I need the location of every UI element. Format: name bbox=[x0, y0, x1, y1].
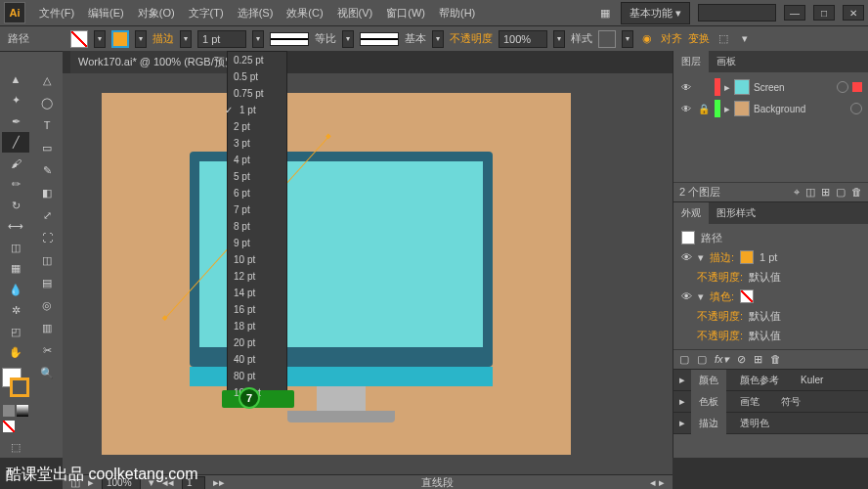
dd-item[interactable]: 6 pt bbox=[228, 185, 286, 201]
dd-item[interactable]: 14 pt bbox=[228, 285, 286, 301]
hand-tool[interactable]: ✋ bbox=[2, 342, 29, 362]
stroke-weight[interactable]: 1 pt bbox=[760, 251, 777, 263]
add-effect-icon[interactable]: fx▾ bbox=[715, 353, 729, 366]
fill-stroke-control[interactable] bbox=[2, 368, 29, 397]
direct-selection-tool[interactable]: △ bbox=[33, 69, 61, 91]
new-fill-icon[interactable]: ▢ bbox=[697, 353, 707, 366]
type-tool[interactable]: T bbox=[33, 114, 61, 136]
expand-icon[interactable]: ▸ bbox=[679, 417, 685, 429]
dd-item[interactable]: 10 pt bbox=[228, 251, 286, 268]
stroke-weight-dropdown[interactable]: ▾ bbox=[252, 30, 264, 48]
dd-item[interactable]: 0.5 pt bbox=[228, 68, 286, 85]
canvas[interactable] bbox=[63, 73, 673, 474]
opacity-input[interactable]: 100% bbox=[499, 30, 547, 48]
stroke-weight-input[interactable]: 1 pt bbox=[197, 30, 246, 48]
blob-brush-tool[interactable]: ✏ bbox=[2, 174, 29, 194]
magic-wand-tool[interactable]: ✦ bbox=[2, 90, 29, 110]
opacity-label[interactable]: 不透明度 bbox=[450, 31, 493, 46]
layers-tab[interactable]: 图层 bbox=[673, 51, 709, 72]
opacity-attr[interactable]: 不透明度: bbox=[697, 329, 743, 343]
layer-row[interactable]: 👁 ▸ Screen bbox=[677, 76, 864, 98]
color-panel-collapsed[interactable]: ▸ 颜色 颜色参考 Kuler bbox=[673, 370, 868, 391]
fill-color-swatch[interactable] bbox=[740, 289, 754, 303]
visibility-icon[interactable]: 👁 bbox=[681, 251, 692, 263]
expand-icon[interactable]: ▾ bbox=[698, 251, 704, 264]
mesh-tool[interactable]: ▦ bbox=[2, 258, 29, 278]
dd-item[interactable]: 2 pt bbox=[228, 118, 286, 135]
dd-item[interactable]: 16 pt bbox=[228, 301, 286, 318]
layer-row[interactable]: 👁 🔒 ▸ Background bbox=[677, 98, 864, 119]
brush-dropdown[interactable]: ▾ bbox=[432, 30, 444, 48]
delete-layer-icon[interactable]: 🗑 bbox=[851, 186, 862, 199]
recolor-icon[interactable]: ◉ bbox=[639, 31, 655, 47]
target-icon[interactable] bbox=[837, 81, 848, 93]
scale-tool[interactable]: ⤢ bbox=[33, 204, 61, 226]
menu-effect[interactable]: 效果(C) bbox=[281, 2, 328, 24]
dd-item[interactable]: 8 pt bbox=[228, 218, 286, 235]
expand-icon[interactable]: ▸ bbox=[724, 103, 730, 115]
profile-dropdown[interactable]: ▾ bbox=[342, 30, 354, 48]
opacity-dropdown[interactable]: ▾ bbox=[553, 30, 565, 48]
clear-icon[interactable]: ⊘ bbox=[737, 353, 746, 366]
pen-tool[interactable]: ✒ bbox=[2, 111, 29, 131]
gradient-tool[interactable]: ▤ bbox=[33, 272, 61, 293]
fill-swatch[interactable] bbox=[70, 30, 88, 48]
visibility-icon[interactable]: 👁 bbox=[681, 290, 692, 302]
blend-tool[interactable]: ◎ bbox=[33, 294, 61, 316]
dd-item[interactable]: 0.75 pt bbox=[228, 85, 286, 102]
stroke-color-swatch[interactable] bbox=[740, 250, 754, 264]
dd-item[interactable]: 9 pt bbox=[228, 235, 286, 251]
symbol-sprayer-tool[interactable]: ✲ bbox=[2, 300, 29, 320]
expand-icon[interactable]: ▸ bbox=[679, 395, 685, 408]
new-stroke-icon[interactable]: ▢ bbox=[679, 353, 689, 366]
rotate-tool[interactable]: ↻ bbox=[2, 196, 29, 215]
menu-edit[interactable]: 编辑(E) bbox=[82, 2, 130, 24]
menu-file[interactable]: 文件(F) bbox=[33, 2, 80, 24]
swatch-panel-collapsed[interactable]: ▸ 色板 画笔 符号 bbox=[673, 391, 868, 413]
duplicate-icon[interactable]: ⊞ bbox=[754, 353, 762, 366]
column-graph-tool[interactable]: ▥ bbox=[33, 317, 61, 338]
paintbrush-tool[interactable]: 🖌 bbox=[2, 154, 29, 173]
artboard-tool[interactable]: ◰ bbox=[2, 322, 29, 341]
align-link[interactable]: 对齐 bbox=[661, 31, 682, 46]
arrange-icon[interactable]: ▾ bbox=[737, 31, 753, 47]
style-dropdown[interactable]: ▾ bbox=[622, 30, 633, 48]
menu-object[interactable]: 对象(O) bbox=[132, 2, 181, 24]
fill-dropdown[interactable]: ▾ bbox=[94, 30, 106, 48]
dd-item[interactable]: 80 pt bbox=[228, 368, 286, 384]
width-tool[interactable]: ⟷ bbox=[2, 216, 29, 236]
slice-tool[interactable]: ✂ bbox=[33, 339, 61, 361]
zoom-tool[interactable]: 🔍 bbox=[33, 362, 61, 383]
nav-next[interactable]: ▸▸ bbox=[213, 476, 225, 489]
isolate-icon[interactable]: ⬚ bbox=[716, 31, 731, 47]
expand-icon[interactable]: ▸ bbox=[679, 374, 685, 386]
workspace-switcher[interactable]: 基本功能 ▾ bbox=[621, 2, 690, 24]
layer-name[interactable]: Background bbox=[754, 104, 846, 114]
dd-item[interactable]: 3 pt bbox=[228, 135, 286, 152]
stroke-attr[interactable]: 描边: bbox=[710, 250, 734, 265]
close-button[interactable]: ✕ bbox=[843, 5, 864, 21]
dd-item[interactable]: 12 pt bbox=[228, 268, 286, 285]
lock-icon[interactable] bbox=[697, 80, 711, 94]
expand-icon[interactable]: ▸ bbox=[724, 81, 730, 94]
dd-item[interactable]: 1 pt bbox=[228, 102, 286, 118]
selection-tool[interactable]: ▲ bbox=[2, 69, 29, 89]
opacity-attr[interactable]: 不透明度: bbox=[697, 309, 743, 324]
rectangle-tool[interactable]: ▭ bbox=[33, 137, 61, 158]
stroke-swatch[interactable] bbox=[111, 30, 129, 48]
dd-item[interactable]: 18 pt bbox=[228, 318, 286, 334]
clip-icon[interactable]: ◫ bbox=[805, 186, 815, 199]
menu-help[interactable]: 帮助(H) bbox=[433, 2, 481, 24]
delete-icon[interactable]: 🗑 bbox=[770, 353, 781, 366]
dd-item[interactable]: 0.25 pt bbox=[228, 52, 286, 68]
menu-view[interactable]: 视图(V) bbox=[331, 2, 379, 24]
lock-icon[interactable]: 🔒 bbox=[697, 102, 711, 115]
pencil-tool[interactable]: ✎ bbox=[33, 159, 61, 181]
opacity-attr[interactable]: 不透明度: bbox=[697, 270, 743, 285]
artboards-tab[interactable]: 画板 bbox=[709, 51, 744, 72]
dd-item[interactable]: 20 pt bbox=[228, 334, 286, 351]
search-input[interactable] bbox=[698, 4, 776, 22]
visibility-icon[interactable]: 👁 bbox=[679, 102, 693, 115]
bridge-icon[interactable]: ▦ bbox=[597, 5, 613, 21]
new-layer-icon[interactable]: ▢ bbox=[836, 186, 846, 199]
